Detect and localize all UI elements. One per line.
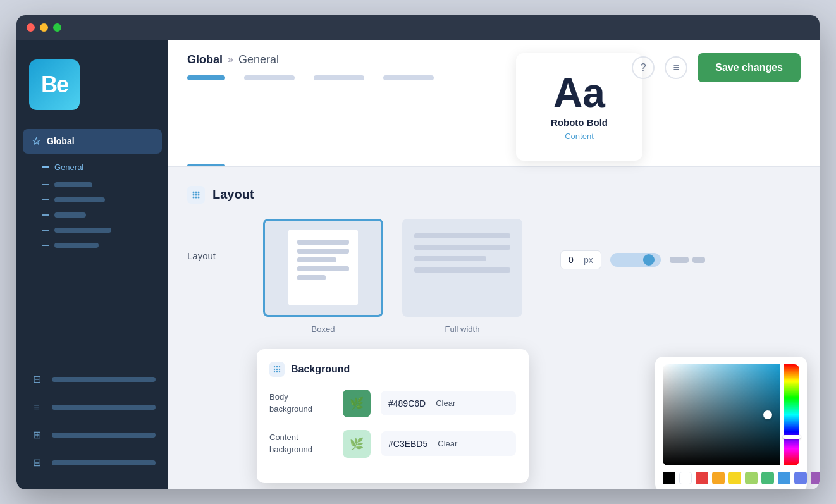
fullwidth-label: Full width (445, 324, 480, 334)
px-value[interactable]: 0 (569, 255, 579, 265)
boxed-preview (263, 219, 383, 317)
color-picker-panel (655, 357, 807, 489)
font-preview-text: Aa (553, 73, 605, 113)
sidebar-item-4[interactable] (35, 210, 162, 220)
slider-area: 0 px (560, 250, 705, 269)
svg-point-6 (193, 196, 195, 198)
swatch-lime[interactable] (745, 472, 758, 484)
menu-icon: ≡ (29, 400, 44, 415)
header: Global » General Aa Roboto Bold Content (168, 40, 820, 167)
main-content: Global » General Aa Roboto Bold Content (168, 40, 820, 489)
sidebar-item-6[interactable] (35, 240, 162, 250)
sidebar-nav: ☆ Global General (16, 129, 168, 254)
sub-dash-6 (42, 245, 49, 246)
svg-point-5 (198, 194, 200, 195)
layout-section-header: Layout (187, 186, 801, 204)
svg-point-14 (279, 368, 280, 369)
sub-bar-6 (54, 243, 99, 248)
sidebar-item-5[interactable] (35, 225, 162, 235)
body-background-row: Body background 🌿 #489C6D Clear (269, 390, 516, 417)
bg-panel-header: Background (269, 362, 516, 377)
layout-label: Layout (187, 219, 238, 261)
content-area: Layout Layout (168, 167, 820, 489)
swatch-green[interactable] (761, 472, 774, 484)
breadcrumb-sub: General (238, 53, 279, 66)
sidebar-item-2[interactable] (35, 180, 162, 190)
sidebar-item-global[interactable]: ☆ Global (23, 129, 162, 154)
body-background-hex[interactable]: #489C6D (388, 398, 426, 409)
header-actions: ? ≡ Save changes (632, 53, 801, 82)
color-picker-wrapper[interactable] (663, 364, 799, 465)
layout-option-fullwidth[interactable]: Full width (402, 219, 522, 334)
svg-point-17 (279, 371, 280, 372)
preview-bar-3 (297, 257, 336, 262)
app-body: Be ☆ Global General (16, 40, 820, 489)
swatch-black[interactable] (663, 472, 675, 484)
toggle-thumb (643, 254, 655, 266)
help-button[interactable]: ? (632, 56, 655, 79)
star-icon: ☆ (32, 135, 40, 147)
save-button[interactable]: Save changes (698, 53, 801, 82)
tab-3[interactable] (314, 75, 364, 80)
bg-panel-title: Background (291, 364, 350, 375)
swatches-row (663, 472, 799, 484)
sidebar-icon-menu[interactable]: ≡ (29, 400, 156, 415)
notes-button[interactable]: ≡ (665, 56, 687, 79)
close-dot[interactable] (27, 23, 35, 32)
layout-option-boxed[interactable]: Boxed (263, 219, 383, 334)
layout-section-title: Layout (212, 187, 254, 202)
px-unit: px (584, 255, 593, 265)
sidebar-item-3[interactable] (35, 195, 162, 205)
icon-bar-1 (52, 377, 156, 382)
sub-dash-2 (42, 184, 49, 185)
swatch-yellow[interactable] (728, 472, 741, 484)
content-background-swatch[interactable]: 🌿 (343, 430, 371, 458)
question-icon: ? (641, 62, 646, 73)
fw-bar-2 (414, 245, 510, 250)
sub-dash-active (42, 166, 49, 168)
content-background-hex[interactable]: #C3EBD5 (388, 439, 427, 449)
sidebar-icon-grid[interactable]: ⊞ (29, 427, 156, 443)
body-background-clear[interactable]: Clear (431, 396, 460, 410)
hue-handle[interactable] (783, 435, 801, 439)
sub-bar-3 (54, 197, 105, 202)
svg-point-15 (274, 371, 275, 372)
swatch-blue[interactable] (778, 472, 790, 484)
svg-point-12 (274, 368, 275, 369)
toggle-slider[interactable] (610, 253, 661, 267)
bg-panel-icon (269, 362, 285, 377)
swatch-purple[interactable] (811, 472, 820, 484)
font-label: Content (565, 132, 594, 141)
content-background-input: #C3EBD5 Clear (381, 431, 516, 456)
fullwidth-inner (404, 221, 520, 315)
content-background-label: Content background (269, 432, 333, 455)
content-background-clear[interactable]: Clear (433, 436, 462, 451)
tab-1[interactable] (187, 75, 225, 80)
swatch-orange[interactable] (712, 472, 725, 484)
tab-2[interactable] (244, 75, 295, 80)
resize-bar-1 (670, 257, 689, 263)
sub-dash-5 (42, 230, 49, 231)
fullscreen-dot[interactable] (53, 23, 61, 32)
px-input-group: 0 px (560, 250, 601, 269)
svg-point-0 (193, 191, 195, 193)
sidebar-icon-columns[interactable]: ⊟ (29, 455, 156, 470)
swatch-red[interactable] (696, 472, 708, 484)
sub-dash-3 (42, 199, 49, 200)
body-background-label: Body background (269, 391, 333, 414)
gradient-area[interactable] (663, 364, 780, 465)
logo: Be (16, 53, 168, 129)
tab-4[interactable] (383, 75, 434, 80)
titlebar (16, 15, 820, 40)
hue-strip[interactable] (784, 364, 799, 465)
swatch-leaf2-icon: 🌿 (350, 437, 364, 451)
swatch-white[interactable] (679, 472, 692, 484)
sidebar-item-general[interactable]: General (35, 160, 162, 175)
breadcrumb-sep: » (228, 54, 233, 65)
minimize-dot[interactable] (40, 23, 48, 32)
picker-handle[interactable] (763, 410, 772, 419)
sidebar-icon-layout[interactable]: ⊟ (29, 372, 156, 387)
swatch-indigo[interactable] (794, 472, 807, 484)
body-background-swatch[interactable]: 🌿 (343, 390, 371, 417)
font-preview-card: Aa Roboto Bold Content (516, 53, 642, 161)
